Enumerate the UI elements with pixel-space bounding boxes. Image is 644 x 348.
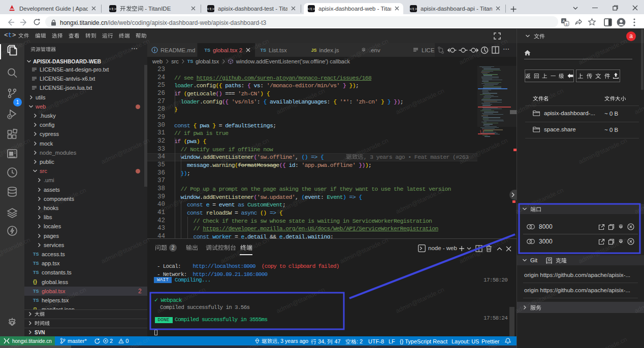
svg-text:a: a (566, 22, 568, 26)
svg-text:<t>: <t> (410, 7, 417, 11)
svg-text:<t>: <t> (207, 7, 214, 11)
svg-text:<t>: <t> (109, 7, 116, 11)
svg-text:<t>: <t> (308, 7, 315, 11)
